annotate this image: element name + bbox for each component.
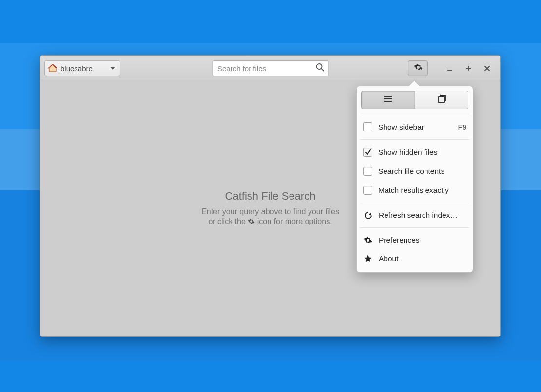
checkbox-icon: [363, 122, 372, 131]
svg-rect-4: [466, 68, 471, 69]
gear-icon: [248, 218, 255, 227]
checkbox-icon: [363, 186, 372, 195]
menu-separator: [360, 139, 469, 140]
menu-separator: [360, 114, 469, 114]
settings-menu: Show sidebar F9 Show hidden files Search…: [356, 86, 473, 273]
window-maximize-button[interactable]: [459, 58, 478, 78]
app-window: bluesabre: [40, 55, 501, 337]
menu-label: Show sidebar: [378, 123, 424, 131]
location-label: bluesabre: [60, 64, 93, 73]
location-dropdown[interactable]: bluesabre: [44, 60, 120, 76]
svg-rect-8: [439, 97, 444, 102]
menu-label: About: [379, 254, 399, 263]
svg-rect-5: [384, 96, 392, 97]
empty-state-line2: or click the icon for more options.: [201, 217, 339, 227]
menu-label: Search file contents: [378, 167, 444, 176]
checkbox-icon: [363, 167, 372, 176]
svg-rect-6: [384, 98, 392, 99]
window-close-button[interactable]: [478, 58, 496, 78]
window-minimize-button[interactable]: [441, 58, 459, 78]
menu-label: Match results exactly: [378, 186, 449, 195]
settings-menu-button[interactable]: [408, 60, 428, 76]
empty-state-line1: Enter your query above to find your file…: [201, 207, 339, 216]
view-toggle: [361, 91, 468, 109]
search-input[interactable]: [216, 64, 315, 73]
menu-shortcut: F9: [458, 123, 466, 131]
gear-icon: [363, 236, 373, 244]
menu-about[interactable]: About: [361, 249, 468, 268]
home-icon: [48, 64, 58, 72]
search-field[interactable]: [212, 60, 328, 76]
empty-state-title: Catfish File Search: [201, 190, 339, 203]
chevron-down-icon: [110, 67, 115, 70]
menu-label: Refresh search index…: [379, 211, 458, 220]
menu-match-exact[interactable]: Match results exactly: [361, 181, 468, 200]
svg-rect-7: [384, 101, 392, 102]
menu-search-contents[interactable]: Search file contents: [361, 162, 468, 181]
svg-line-1: [321, 69, 324, 71]
gear-icon: [414, 63, 423, 74]
menu-preferences[interactable]: Preferences: [361, 231, 468, 249]
thumbnail-view-icon: [437, 94, 446, 105]
menu-label: Preferences: [379, 236, 420, 244]
popover-arrow: [409, 81, 420, 86]
list-view-icon: [384, 95, 392, 104]
menu-label: Show hidden files: [378, 148, 438, 157]
menu-show-hidden[interactable]: Show hidden files: [361, 143, 468, 162]
desktop: bluesabre: [0, 0, 541, 392]
menu-show-sidebar[interactable]: Show sidebar F9: [361, 117, 468, 136]
titlebar: bluesabre: [40, 56, 500, 81]
thumbnail-view-button[interactable]: [415, 91, 469, 109]
svg-rect-2: [447, 70, 452, 71]
search-icon: [315, 63, 324, 74]
checkbox-checked-icon: [363, 148, 372, 157]
empty-state: Catfish File Search Enter your query abo…: [201, 190, 339, 228]
refresh-icon: [363, 211, 373, 220]
menu-separator: [360, 227, 469, 228]
star-icon: [363, 254, 373, 263]
list-view-button[interactable]: [361, 91, 415, 109]
menu-refresh-index[interactable]: Refresh search index…: [361, 206, 468, 224]
menu-separator: [360, 203, 469, 203]
